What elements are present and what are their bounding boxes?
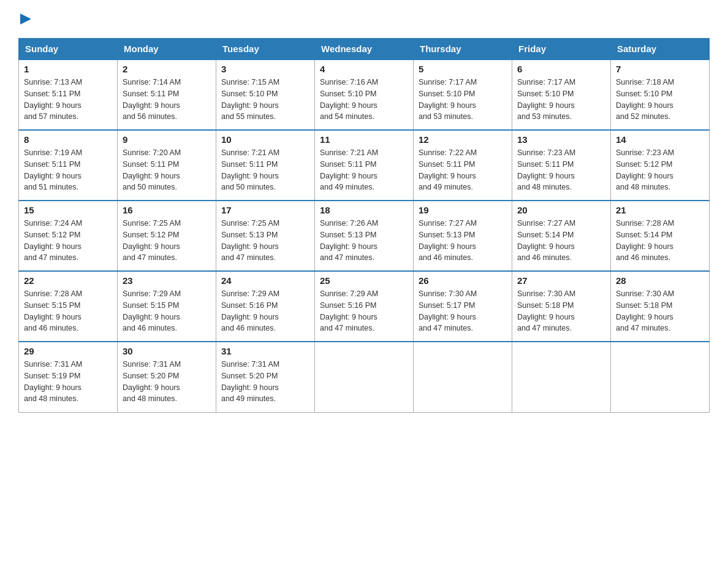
- calendar-day-30: 30 Sunrise: 7:31 AM Sunset: 5:20 PM Dayl…: [118, 342, 216, 412]
- svg-marker-0: [20, 13, 31, 25]
- day-number: 8: [24, 134, 112, 145]
- day-number: 21: [616, 205, 704, 215]
- day-info: Sunrise: 7:15 AM Sunset: 5:10 PM Dayligh…: [221, 77, 309, 123]
- weekday-header-row: SundayMondayTuesdayWednesdayThursdayFrid…: [19, 39, 710, 60]
- day-number: 14: [616, 134, 704, 145]
- empty-cell: [512, 342, 611, 412]
- day-number: 9: [123, 134, 211, 145]
- calendar-day-6: 6 Sunrise: 7:17 AM Sunset: 5:10 PM Dayli…: [512, 59, 611, 130]
- day-info: Sunrise: 7:31 AM Sunset: 5:19 PM Dayligh…: [24, 359, 112, 405]
- calendar-day-31: 31 Sunrise: 7:31 AM Sunset: 5:20 PM Dayl…: [216, 342, 315, 412]
- calendar-week-4: 22 Sunrise: 7:28 AM Sunset: 5:15 PM Dayl…: [19, 271, 710, 342]
- day-number: 17: [221, 205, 309, 215]
- calendar-day-24: 24 Sunrise: 7:29 AM Sunset: 5:16 PM Dayl…: [216, 271, 315, 342]
- day-info: Sunrise: 7:26 AM Sunset: 5:13 PM Dayligh…: [320, 218, 408, 264]
- calendar-day-26: 26 Sunrise: 7:30 AM Sunset: 5:17 PM Dayl…: [414, 271, 512, 342]
- day-number: 5: [419, 64, 507, 74]
- day-number: 11: [320, 134, 408, 145]
- calendar-week-1: 1 Sunrise: 7:13 AM Sunset: 5:11 PM Dayli…: [19, 59, 710, 130]
- empty-cell: [611, 342, 710, 412]
- day-number: 25: [320, 275, 408, 286]
- day-info: Sunrise: 7:31 AM Sunset: 5:20 PM Dayligh…: [221, 359, 309, 405]
- day-number: 13: [517, 134, 605, 145]
- day-info: Sunrise: 7:29 AM Sunset: 5:16 PM Dayligh…: [221, 288, 309, 334]
- weekday-header-monday: Monday: [118, 39, 216, 60]
- day-number: 24: [221, 275, 309, 286]
- day-info: Sunrise: 7:29 AM Sunset: 5:16 PM Dayligh…: [320, 288, 408, 334]
- day-number: 10: [221, 134, 309, 145]
- day-number: 15: [24, 205, 112, 215]
- day-info: Sunrise: 7:30 AM Sunset: 5:18 PM Dayligh…: [616, 288, 704, 334]
- day-info: Sunrise: 7:28 AM Sunset: 5:15 PM Dayligh…: [24, 288, 112, 334]
- calendar-week-2: 8 Sunrise: 7:19 AM Sunset: 5:11 PM Dayli…: [19, 130, 710, 201]
- day-number: 6: [517, 64, 605, 74]
- day-info: Sunrise: 7:22 AM Sunset: 5:11 PM Dayligh…: [419, 147, 507, 193]
- day-number: 20: [517, 205, 605, 215]
- calendar-day-11: 11 Sunrise: 7:21 AM Sunset: 5:11 PM Dayl…: [315, 130, 414, 201]
- day-info: Sunrise: 7:18 AM Sunset: 5:10 PM Dayligh…: [616, 77, 704, 123]
- day-number: 26: [419, 275, 507, 286]
- calendar-day-29: 29 Sunrise: 7:31 AM Sunset: 5:19 PM Dayl…: [19, 342, 118, 412]
- calendar-week-5: 29 Sunrise: 7:31 AM Sunset: 5:19 PM Dayl…: [19, 342, 710, 412]
- calendar-day-14: 14 Sunrise: 7:23 AM Sunset: 5:12 PM Dayl…: [611, 130, 710, 201]
- day-info: Sunrise: 7:27 AM Sunset: 5:14 PM Dayligh…: [517, 218, 605, 264]
- empty-cell: [414, 342, 512, 412]
- day-info: Sunrise: 7:23 AM Sunset: 5:12 PM Dayligh…: [616, 147, 704, 193]
- calendar-day-28: 28 Sunrise: 7:30 AM Sunset: 5:18 PM Dayl…: [611, 271, 710, 342]
- day-number: 7: [616, 64, 704, 74]
- day-number: 4: [320, 64, 408, 74]
- calendar-day-15: 15 Sunrise: 7:24 AM Sunset: 5:12 PM Dayl…: [19, 201, 118, 271]
- day-info: Sunrise: 7:23 AM Sunset: 5:11 PM Dayligh…: [517, 147, 605, 193]
- calendar-day-16: 16 Sunrise: 7:25 AM Sunset: 5:12 PM Dayl…: [118, 201, 216, 271]
- day-info: Sunrise: 7:30 AM Sunset: 5:17 PM Dayligh…: [419, 288, 507, 334]
- day-number: 27: [517, 275, 605, 286]
- calendar-day-27: 27 Sunrise: 7:30 AM Sunset: 5:18 PM Dayl…: [512, 271, 611, 342]
- day-info: Sunrise: 7:21 AM Sunset: 5:11 PM Dayligh…: [320, 147, 408, 193]
- day-number: 3: [221, 64, 309, 74]
- day-info: Sunrise: 7:19 AM Sunset: 5:11 PM Dayligh…: [24, 147, 112, 193]
- day-number: 1: [24, 64, 112, 74]
- calendar-day-13: 13 Sunrise: 7:23 AM Sunset: 5:11 PM Dayl…: [512, 130, 611, 201]
- weekday-header-sunday: Sunday: [19, 39, 118, 60]
- day-info: Sunrise: 7:17 AM Sunset: 5:10 PM Dayligh…: [517, 77, 605, 123]
- weekday-header-tuesday: Tuesday: [216, 39, 315, 60]
- page-header: [18, 12, 710, 27]
- day-number: 2: [123, 64, 211, 74]
- day-number: 29: [24, 346, 112, 356]
- calendar-day-23: 23 Sunrise: 7:29 AM Sunset: 5:15 PM Dayl…: [118, 271, 216, 342]
- weekday-header-wednesday: Wednesday: [315, 39, 414, 60]
- calendar-day-19: 19 Sunrise: 7:27 AM Sunset: 5:13 PM Dayl…: [414, 201, 512, 271]
- day-number: 22: [24, 275, 112, 286]
- calendar-day-5: 5 Sunrise: 7:17 AM Sunset: 5:10 PM Dayli…: [414, 59, 512, 130]
- calendar-day-1: 1 Sunrise: 7:13 AM Sunset: 5:11 PM Dayli…: [19, 59, 118, 130]
- day-info: Sunrise: 7:14 AM Sunset: 5:11 PM Dayligh…: [123, 77, 211, 123]
- day-info: Sunrise: 7:29 AM Sunset: 5:15 PM Dayligh…: [123, 288, 211, 334]
- day-info: Sunrise: 7:21 AM Sunset: 5:11 PM Dayligh…: [221, 147, 309, 193]
- empty-cell: [315, 342, 414, 412]
- day-info: Sunrise: 7:17 AM Sunset: 5:10 PM Dayligh…: [419, 77, 507, 123]
- day-number: 28: [616, 275, 704, 286]
- day-info: Sunrise: 7:30 AM Sunset: 5:18 PM Dayligh…: [517, 288, 605, 334]
- calendar-week-3: 15 Sunrise: 7:24 AM Sunset: 5:12 PM Dayl…: [19, 201, 710, 271]
- day-info: Sunrise: 7:13 AM Sunset: 5:11 PM Dayligh…: [24, 77, 112, 123]
- weekday-header-thursday: Thursday: [414, 39, 512, 60]
- calendar-day-20: 20 Sunrise: 7:27 AM Sunset: 5:14 PM Dayl…: [512, 201, 611, 271]
- day-info: Sunrise: 7:28 AM Sunset: 5:14 PM Dayligh…: [616, 218, 704, 264]
- calendar-day-4: 4 Sunrise: 7:16 AM Sunset: 5:10 PM Dayli…: [315, 59, 414, 130]
- calendar-day-9: 9 Sunrise: 7:20 AM Sunset: 5:11 PM Dayli…: [118, 130, 216, 201]
- day-number: 12: [419, 134, 507, 145]
- calendar-day-2: 2 Sunrise: 7:14 AM Sunset: 5:11 PM Dayli…: [118, 59, 216, 130]
- day-info: Sunrise: 7:31 AM Sunset: 5:20 PM Dayligh…: [123, 359, 211, 405]
- day-number: 23: [123, 275, 211, 286]
- calendar-day-22: 22 Sunrise: 7:28 AM Sunset: 5:15 PM Dayl…: [19, 271, 118, 342]
- logo: [18, 12, 31, 27]
- logo-triangle-icon: [20, 13, 31, 25]
- calendar-day-17: 17 Sunrise: 7:25 AM Sunset: 5:13 PM Dayl…: [216, 201, 315, 271]
- calendar-day-3: 3 Sunrise: 7:15 AM Sunset: 5:10 PM Dayli…: [216, 59, 315, 130]
- calendar-day-25: 25 Sunrise: 7:29 AM Sunset: 5:16 PM Dayl…: [315, 271, 414, 342]
- day-info: Sunrise: 7:25 AM Sunset: 5:13 PM Dayligh…: [221, 218, 309, 264]
- calendar-day-10: 10 Sunrise: 7:21 AM Sunset: 5:11 PM Dayl…: [216, 130, 315, 201]
- calendar-day-21: 21 Sunrise: 7:28 AM Sunset: 5:14 PM Dayl…: [611, 201, 710, 271]
- calendar-day-8: 8 Sunrise: 7:19 AM Sunset: 5:11 PM Dayli…: [19, 130, 118, 201]
- weekday-header-saturday: Saturday: [611, 39, 710, 60]
